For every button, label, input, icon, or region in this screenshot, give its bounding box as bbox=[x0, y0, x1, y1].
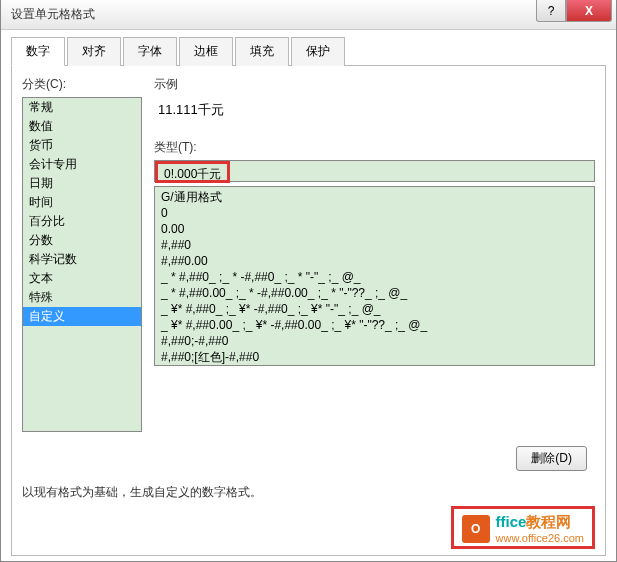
type-input-highlight: 0!.000千元 bbox=[155, 161, 230, 183]
list-item[interactable]: 文本 bbox=[23, 269, 141, 288]
hint-text: 以现有格式为基础，生成自定义的数字格式。 bbox=[22, 484, 595, 501]
tab-border[interactable]: 边框 bbox=[179, 37, 233, 66]
list-item[interactable]: #,##0.00 bbox=[155, 253, 594, 269]
list-item[interactable]: 百分比 bbox=[23, 212, 141, 231]
list-item[interactable]: 常规 bbox=[23, 98, 141, 117]
watermark: O ffice教程网 www.office26.com bbox=[451, 506, 595, 549]
tab-strip: 数字 对齐 字体 边框 填充 保护 bbox=[11, 36, 606, 66]
list-item[interactable]: 会计专用 bbox=[23, 155, 141, 174]
list-item[interactable]: 分数 bbox=[23, 231, 141, 250]
list-item[interactable]: #,##0;-#,##0 bbox=[155, 333, 594, 349]
tab-protection[interactable]: 保护 bbox=[291, 37, 345, 66]
list-item[interactable]: 时间 bbox=[23, 193, 141, 212]
close-button[interactable]: X bbox=[566, 0, 612, 22]
list-item[interactable]: 0 bbox=[155, 205, 594, 221]
client-area: 数字 对齐 字体 边框 填充 保护 分类(C): 常规 数值 货币 会计专用 日… bbox=[1, 30, 616, 562]
titlebar-buttons: ? X bbox=[536, 0, 612, 22]
list-item[interactable]: #,##0;[红色]-#,##0 bbox=[155, 349, 594, 365]
list-item[interactable]: 日期 bbox=[23, 174, 141, 193]
list-item[interactable]: _ ¥* #,##0_ ;_ ¥* -#,##0_ ;_ ¥* "-"_ ;_ … bbox=[155, 301, 594, 317]
list-item[interactable]: #,##0 bbox=[155, 237, 594, 253]
watermark-text: ffice教程网 www.office26.com bbox=[496, 513, 584, 544]
category-listbox[interactable]: 常规 数值 货币 会计专用 日期 时间 百分比 分数 科学记数 文本 特殊 自定… bbox=[22, 97, 142, 432]
tab-fill[interactable]: 填充 bbox=[235, 37, 289, 66]
help-button[interactable]: ? bbox=[536, 0, 566, 22]
format-listbox[interactable]: G/通用格式 0 0.00 #,##0 #,##0.00 _ * #,##0_ … bbox=[154, 186, 595, 366]
list-item[interactable]: _ ¥* #,##0.00_ ;_ ¥* -#,##0.00_ ;_ ¥* "-… bbox=[155, 317, 594, 333]
tab-content-number: 分类(C): 常规 数值 货币 会计专用 日期 时间 百分比 分数 科学记数 文… bbox=[11, 66, 606, 556]
list-item[interactable]: 货币 bbox=[23, 136, 141, 155]
tab-alignment[interactable]: 对齐 bbox=[67, 37, 121, 66]
type-input[interactable]: 0!.000千元 bbox=[154, 160, 595, 182]
list-item[interactable]: G/通用格式 bbox=[155, 189, 594, 205]
delete-button[interactable]: 删除(D) bbox=[516, 446, 587, 471]
list-item[interactable]: #,##0.00;-#,##0.00 bbox=[155, 365, 594, 366]
list-item[interactable]: _ * #,##0_ ;_ * -#,##0_ ;_ * "-"_ ;_ @_ bbox=[155, 269, 594, 285]
list-item[interactable]: 科学记数 bbox=[23, 250, 141, 269]
category-label: 分类(C): bbox=[22, 76, 142, 93]
watermark-brand-part2: 教程网 bbox=[526, 513, 571, 530]
dialog-title: 设置单元格格式 bbox=[11, 6, 616, 23]
type-label: 类型(T): bbox=[154, 139, 595, 156]
titlebar: 设置单元格格式 ? X bbox=[1, 0, 616, 30]
example-value: 11.111千元 bbox=[154, 97, 595, 133]
watermark-brand-part1: ffice bbox=[496, 513, 527, 530]
list-item[interactable]: 0.00 bbox=[155, 221, 594, 237]
list-item[interactable]: 数值 bbox=[23, 117, 141, 136]
tab-font[interactable]: 字体 bbox=[123, 37, 177, 66]
tab-number[interactable]: 数字 bbox=[11, 37, 65, 66]
format-cells-dialog: 设置单元格格式 ? X 数字 对齐 字体 边框 填充 保护 分类(C): 常规 … bbox=[0, 0, 617, 562]
watermark-url: www.office26.com bbox=[496, 532, 584, 544]
list-item[interactable]: 特殊 bbox=[23, 288, 141, 307]
watermark-logo-icon: O bbox=[462, 515, 490, 543]
list-item[interactable]: _ * #,##0.00_ ;_ * -#,##0.00_ ;_ * "-"??… bbox=[155, 285, 594, 301]
example-label: 示例 bbox=[154, 76, 595, 93]
list-item[interactable]: 自定义 bbox=[23, 307, 141, 326]
